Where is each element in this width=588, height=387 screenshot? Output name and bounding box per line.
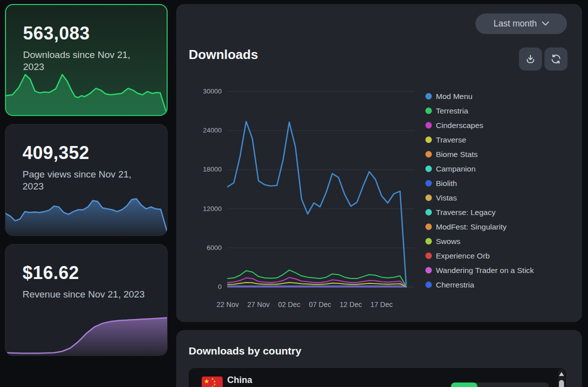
series-line — [228, 286, 406, 287]
downloads-panel: Last month Downloads 0600012000180002400… — [176, 4, 582, 322]
legend-label: Cherrestria — [436, 280, 474, 290]
scrollbar-up-arrow[interactable] — [559, 372, 564, 376]
legend-item: Vistas — [425, 190, 534, 205]
y-tick-label: 12000 — [176, 205, 222, 213]
legend-item: Campanion — [425, 162, 534, 176]
legend-label: Wandering Trader on a Stick — [436, 266, 534, 275]
country-row: ★ ★ ★ ★ ★ China — [189, 368, 558, 387]
legend-label: Campanion — [436, 164, 475, 174]
china-flag-icon: ★ ★ ★ ★ ★ — [202, 376, 223, 387]
legend-dot — [425, 108, 432, 114]
country-progress-fill — [451, 382, 477, 387]
legend-item: Biolith — [425, 176, 534, 190]
page-views-sparkline — [6, 190, 167, 236]
legend-item: Wandering Trader on a Stick — [425, 263, 534, 278]
country-name: China — [227, 375, 252, 386]
x-tick-label: 17 Dec — [364, 300, 399, 308]
y-tick-label: 30000 — [176, 88, 222, 96]
legend-item: Traverse: Legacy — [425, 205, 534, 220]
downloads-chart — [228, 92, 414, 287]
legend-dot — [425, 224, 432, 230]
country-list-scrollbar[interactable] — [558, 369, 565, 387]
refresh-button[interactable] — [544, 48, 567, 70]
legend-dot — [425, 180, 432, 186]
downloads-panel-title: Downloads — [189, 47, 258, 62]
page-views-label: Page views since Nov 21, 2023 — [23, 168, 148, 192]
stat-card-page-views[interactable]: 409,352 Page views since Nov 21, 2023 — [5, 124, 168, 236]
legend-item: Traverse — [425, 132, 534, 147]
legend-item: Biome Stats — [425, 147, 534, 162]
downloads-sparkline — [6, 69, 167, 115]
stat-card-revenue[interactable]: $16.62 Revenue since Nov 21, 2023 — [5, 244, 168, 356]
legend-label: Experience Orb — [436, 252, 490, 260]
stat-card-downloads[interactable]: 563,083 Downloads since Nov 21, 2023 — [5, 4, 168, 116]
legend-dot — [425, 267, 432, 274]
legend-dot — [425, 252, 432, 259]
chevron-down-icon — [542, 22, 549, 26]
x-tick-label: 02 Dec — [272, 300, 307, 308]
legend-label: Traverse — [436, 136, 466, 144]
country-progress-bar — [451, 382, 549, 387]
legend-label: ModFest: Singularity — [436, 222, 506, 232]
legend-item: ModFest: Singularity — [425, 220, 534, 234]
legend-label: Swows — [436, 237, 460, 246]
x-tick-label: 27 Nov — [241, 300, 276, 308]
legend-label: Cinderscapes — [436, 121, 483, 130]
legend-dot — [425, 194, 432, 201]
page-views-total: 409,352 — [23, 142, 90, 164]
legend-dot — [425, 166, 432, 172]
legend: Mod MenuTerrestriaCinderscapesTraverseBi… — [425, 89, 534, 292]
legend-label: Traverse: Legacy — [436, 208, 495, 217]
date-range-label: Last month — [493, 18, 537, 29]
legend-dot — [425, 238, 432, 244]
download-icon — [525, 54, 536, 64]
legend-label: Biome Stats — [436, 150, 478, 159]
country-list: ★ ★ ★ ★ ★ China — [189, 368, 566, 387]
y-tick-label: 6000 — [176, 244, 222, 252]
date-range-dropdown[interactable]: Last month — [475, 14, 567, 34]
legend-dot — [425, 209, 432, 216]
legend-dot — [425, 136, 432, 143]
legend-item: Swows — [425, 234, 534, 248]
downloads-total: 563,083 — [23, 23, 90, 44]
legend-item: Cherrestria — [425, 278, 534, 292]
legend-label: Mod Menu — [436, 92, 472, 101]
legend-dot — [425, 282, 432, 288]
x-tick-label: 22 Nov — [210, 300, 245, 308]
legend-item: Cinderscapes — [425, 118, 534, 132]
x-tick-label: 12 Dec — [333, 300, 368, 308]
y-tick-label: 0 — [176, 283, 222, 291]
legend-label: Terrestria — [436, 106, 468, 116]
country-panel: Downloads by country ★ ★ ★ ★ ★ China — [176, 330, 582, 387]
revenue-sparkline — [6, 310, 167, 356]
legend-dot — [425, 151, 432, 158]
export-csv-button[interactable] — [519, 48, 542, 70]
legend-item: Experience Orb — [425, 248, 534, 263]
country-panel-title: Downloads by country — [189, 345, 301, 357]
y-tick-label: 18000 — [176, 166, 222, 174]
series-line — [228, 278, 406, 286]
legend-label: Vistas — [436, 194, 457, 202]
legend-item: Mod Menu — [425, 89, 534, 104]
refresh-icon — [550, 54, 561, 64]
x-tick-label: 07 Dec — [303, 300, 338, 308]
revenue-total: $16.62 — [23, 262, 79, 284]
revenue-label: Revenue since Nov 21, 2023 — [23, 288, 148, 300]
scrollbar-thumb[interactable] — [559, 380, 564, 387]
legend-label: Biolith — [436, 179, 457, 188]
legend-dot — [425, 93, 432, 100]
legend-dot — [425, 122, 432, 128]
y-tick-label: 24000 — [176, 126, 222, 134]
legend-item: Terrestria — [425, 104, 534, 118]
series-line — [228, 122, 406, 284]
